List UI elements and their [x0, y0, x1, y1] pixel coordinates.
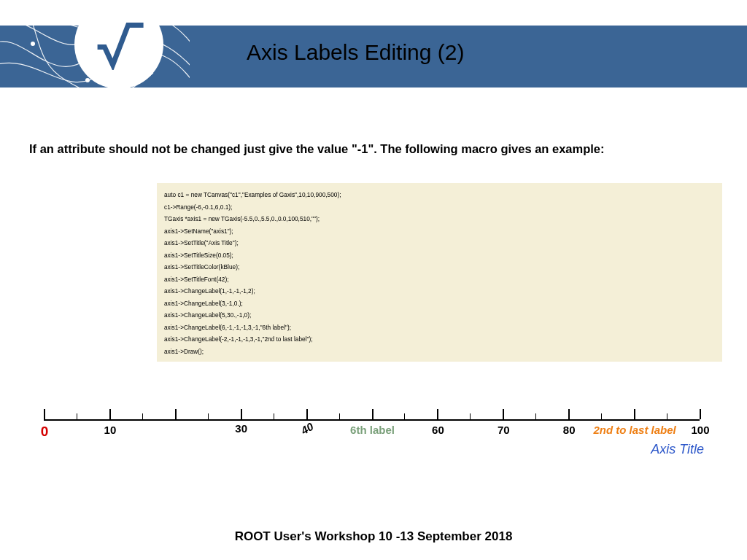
axis-tick: [634, 409, 635, 419]
svg-point-2: [85, 78, 90, 82]
axis-minor-tick: [404, 413, 405, 419]
axis-minor-tick: [470, 413, 471, 419]
axis-label-0: 0: [41, 424, 49, 440]
axis-minor-tick: [601, 413, 602, 419]
axis-tick: [503, 409, 504, 419]
axis-tick: [700, 409, 701, 419]
axis-minor-tick: [339, 413, 340, 419]
code-line: axis1->SetTitleFont(42);: [164, 273, 715, 286]
axis-label-80: 80: [563, 424, 576, 436]
axis-minor-tick: [77, 413, 77, 419]
axis-tick: [437, 409, 438, 419]
axis-minor-tick: [142, 413, 143, 419]
axis-label-50-6thlabel: 6th label: [350, 424, 395, 436]
axis-minor-tick: [208, 413, 209, 419]
slide-footer: ROOT User's Workshop 10 -13 September 20…: [0, 529, 747, 544]
code-line: axis1->ChangeLabel(-2,-1,-1,-1,3,-1,"2nd…: [164, 333, 715, 346]
code-line: axis1->SetTitleColor(kBlue);: [164, 261, 715, 273]
axis-label-60: 60: [432, 424, 444, 436]
axis-label-70: 70: [498, 424, 510, 436]
code-line: axis1->SetTitleSize(0.05);: [164, 249, 715, 262]
axis-label-10: 10: [104, 424, 117, 436]
axis-tick: [306, 409, 308, 419]
axis-minor-tick: [274, 413, 274, 419]
axis-tick: [44, 409, 45, 419]
axis-label-100: 100: [691, 424, 709, 436]
code-line: axis1->Draw();: [164, 346, 715, 358]
code-line: auto c1 = new TCanvas("c1","Examples of …: [164, 189, 715, 201]
root-logo-circle: [74, 0, 163, 89]
code-line: axis1->ChangeLabel(6,-1,-1,-1,3,-1,"6th …: [164, 322, 715, 334]
code-line: axis1->ChangeLabel(1,-1,-1,-1,2);: [164, 285, 715, 298]
code-line: axis1->SetTitle("Axis Title");: [164, 237, 715, 249]
axis-minor-tick: [535, 413, 536, 419]
svg-point-0: [31, 42, 35, 46]
axis-tick: [175, 409, 177, 419]
axis-label-40: 40: [298, 420, 315, 437]
axis-minor-tick: [667, 413, 667, 419]
axis-tick: [372, 409, 374, 419]
code-block: auto c1 = new TCanvas("c1","Examples of …: [157, 183, 722, 362]
axis-label-30: 30: [235, 422, 247, 435]
axis-tick: [109, 409, 111, 419]
axis-baseline: [44, 419, 700, 421]
square-root-icon: [93, 19, 144, 70]
code-line: TGaxis *axis1 = new TGaxis(-5.5,0.,5.5,0…: [164, 213, 715, 225]
code-line: c1->Range(-6,-0.1,6,0.1);: [164, 201, 715, 214]
code-line: axis1->ChangeLabel(5,30.,-1,0);: [164, 309, 715, 322]
axis-title: Axis Title: [651, 442, 704, 457]
axis-figure: 0 10 30 40 6th label 60 70 80 2nd to las…: [36, 401, 707, 467]
code-line: axis1->ChangeLabel(3,-1,0.);: [164, 298, 715, 310]
axis-label-90-2ndtolast: 2nd to last label: [593, 424, 676, 436]
code-line: axis1->SetName("axis1");: [164, 225, 715, 238]
slide-title: Axis Labels Editing (2): [247, 40, 464, 65]
axis-tick: [568, 409, 570, 419]
slide-header: Axis Labels Editing (2): [0, 0, 747, 113]
intro-text: If an attribute should not be changed ju…: [29, 142, 715, 156]
axis-tick: [241, 409, 242, 419]
